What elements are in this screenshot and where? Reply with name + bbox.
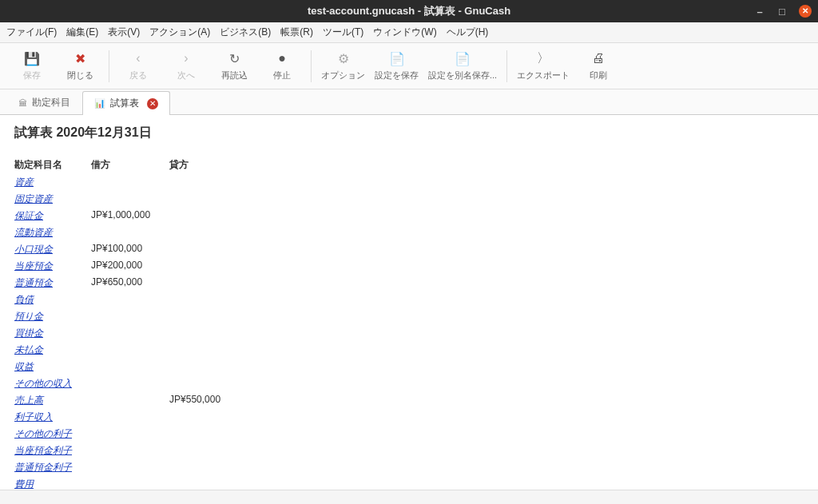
- account-link[interactable]: 当座預金: [14, 260, 53, 272]
- table-row: 収益: [14, 359, 240, 375]
- table-row: 売上高JP¥550,000: [14, 392, 240, 409]
- credit-cell: [169, 275, 240, 292]
- table-row: 小口現金JP¥100,000: [14, 241, 240, 258]
- credit-cell: [169, 359, 240, 375]
- account-link[interactable]: 売上高: [14, 395, 43, 406]
- table-row: 固定資産: [14, 191, 240, 208]
- toolbar-separator: [311, 50, 312, 82]
- save-config-icon: 📄: [389, 50, 405, 66]
- menubar: ファイル(F) 編集(E) 表示(V) アクション(A) ビジネス(B) 帳票(…: [0, 22, 818, 43]
- account-link[interactable]: 利子収入: [14, 411, 53, 423]
- debit-cell: [91, 342, 169, 359]
- debit-cell: [91, 191, 169, 208]
- account-link[interactable]: 小口現金: [14, 244, 53, 255]
- forward-button[interactable]: › 次へ: [162, 45, 210, 88]
- header-credit: 貸方: [169, 156, 240, 174]
- back-button[interactable]: ‹ 戻る: [114, 45, 162, 88]
- save-button[interactable]: 💾 保存: [8, 45, 56, 88]
- minimize-button[interactable]: –: [754, 6, 765, 17]
- account-link[interactable]: 預り金: [14, 311, 43, 322]
- save-config-as-button[interactable]: 📄 設定を別名保存...: [423, 45, 502, 88]
- credit-cell: [169, 342, 240, 359]
- export-icon: 〉: [535, 50, 551, 66]
- debit-cell: [91, 174, 169, 191]
- credit-cell: JP¥550,000: [169, 392, 240, 409]
- debit-cell: JP¥200,000: [91, 258, 169, 275]
- account-link[interactable]: その他の収入: [14, 378, 72, 389]
- debit-cell: [91, 392, 169, 409]
- account-link[interactable]: 普通預金利子: [14, 462, 72, 473]
- trial-balance-table: 勘定科目名 借方 貸方 資産固定資産保証金JP¥1,000,000流動資産小口現…: [14, 156, 240, 490]
- credit-cell: [169, 191, 240, 208]
- menu-tools[interactable]: ツール(T): [323, 26, 363, 39]
- account-link[interactable]: その他の利子: [14, 428, 72, 439]
- print-icon: 🖨: [590, 50, 606, 66]
- menu-view[interactable]: 表示(V): [108, 26, 140, 39]
- credit-cell: [169, 174, 240, 191]
- table-row: その他の収入: [14, 375, 240, 392]
- reload-icon: ↻: [226, 50, 242, 66]
- tabbar: 🏛 勘定科目 📊 試算表 ✕: [0, 89, 818, 115]
- credit-cell: [169, 308, 240, 325]
- stop-button[interactable]: ● 停止: [258, 45, 306, 88]
- tab-trial-balance[interactable]: 📊 試算表 ✕: [82, 91, 170, 115]
- forward-icon: ›: [178, 50, 194, 66]
- close-button[interactable]: ✖ 閉じる: [56, 45, 104, 88]
- credit-cell: [169, 224, 240, 241]
- credit-cell: [169, 442, 240, 459]
- account-link[interactable]: 当座預金利子: [14, 445, 72, 456]
- account-link[interactable]: 流動資産: [14, 227, 53, 238]
- tab-accounts[interactable]: 🏛 勘定科目: [6, 90, 82, 114]
- tab-label: 勘定科目: [32, 96, 70, 109]
- table-header-row: 勘定科目名 借方 貸方: [14, 156, 240, 174]
- account-link[interactable]: 未払金: [14, 344, 43, 355]
- table-row: 当座預金JP¥200,000: [14, 258, 240, 275]
- gear-icon: ⚙: [336, 50, 351, 66]
- close-window-button[interactable]: ✕: [799, 5, 812, 18]
- maximize-button[interactable]: □: [776, 6, 788, 17]
- debit-cell: [91, 224, 169, 241]
- menu-help[interactable]: ヘルプ(H): [447, 26, 489, 39]
- header-debit: 借方: [91, 156, 169, 174]
- header-account: 勘定科目名: [14, 156, 91, 174]
- options-button[interactable]: ⚙ オプション: [316, 45, 370, 88]
- account-link[interactable]: 負債: [14, 294, 34, 305]
- credit-cell: [169, 459, 240, 476]
- report-title: 試算表 2020年12月31日: [14, 125, 804, 141]
- account-link[interactable]: 保証金: [14, 210, 43, 221]
- tab-close-button[interactable]: ✕: [147, 98, 158, 109]
- account-link[interactable]: 普通預金: [14, 277, 53, 288]
- account-link[interactable]: 買掛金: [14, 327, 43, 339]
- report-icon: 📊: [94, 98, 105, 109]
- table-row: 費用: [14, 476, 240, 490]
- account-link[interactable]: 資産: [14, 177, 34, 188]
- window-title: test-account.gnucash - 試算表 - GnuCash: [308, 4, 510, 18]
- menu-reports[interactable]: 帳票(R): [280, 26, 313, 39]
- menu-actions[interactable]: アクション(A): [149, 26, 210, 39]
- debit-cell: [91, 426, 169, 442]
- credit-cell: [169, 208, 240, 224]
- menu-edit[interactable]: 編集(E): [66, 26, 98, 39]
- table-row: 未払金: [14, 342, 240, 359]
- reload-button[interactable]: ↻ 再読込: [210, 45, 258, 88]
- menu-file[interactable]: ファイル(F): [6, 26, 57, 39]
- menu-windows[interactable]: ウィンドウ(W): [373, 26, 436, 39]
- credit-cell: [169, 375, 240, 392]
- menu-business[interactable]: ビジネス(B): [220, 26, 271, 39]
- accounts-icon: 🏛: [18, 98, 27, 108]
- print-button[interactable]: 🖨 印刷: [574, 45, 622, 88]
- debit-cell: JP¥100,000: [91, 241, 169, 258]
- table-row: 普通預金JP¥650,000: [14, 275, 240, 292]
- account-link[interactable]: 費用: [14, 478, 34, 490]
- window-controls: – □ ✕: [754, 5, 812, 18]
- save-config-button[interactable]: 📄 設定を保存: [370, 45, 423, 88]
- account-link[interactable]: 固定資産: [14, 193, 53, 204]
- stop-icon: ●: [274, 50, 290, 66]
- export-button[interactable]: 〉 エクスポート: [512, 45, 574, 88]
- credit-cell: [169, 292, 240, 308]
- credit-cell: [169, 476, 240, 490]
- account-link[interactable]: 収益: [14, 361, 34, 372]
- debit-cell: [91, 292, 169, 308]
- toolbar-separator: [109, 50, 109, 82]
- debit-cell: [91, 359, 169, 375]
